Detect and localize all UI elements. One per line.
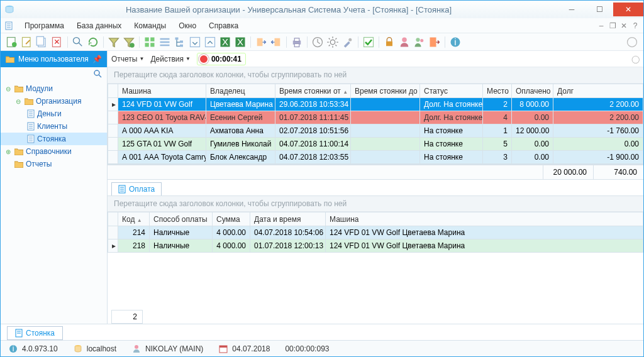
main-grid[interactable]: Машина Владелец Время стоянки от ▲ Время… xyxy=(108,84,643,164)
pcol-method[interactable]: Способ оплаты xyxy=(150,212,213,226)
tool-list[interactable] xyxy=(158,36,171,48)
col-paid[interactable]: Оплачено xyxy=(512,84,553,98)
tree-org[interactable]: ⊖Организация xyxy=(1,95,107,107)
sub-help-icon[interactable]: ◯ xyxy=(631,55,640,63)
menu-db[interactable]: База данных xyxy=(72,20,126,31)
svg-rect-14 xyxy=(145,37,149,41)
table-row[interactable]: 214Наличные4 000.0004.07.2018 10:54:0612… xyxy=(108,226,643,239)
menu-icon[interactable] xyxy=(4,21,14,31)
table-row[interactable]: ▸124 VFD 01 VW GolfЦветаева Марина29.06.… xyxy=(108,98,643,111)
tool-copy[interactable] xyxy=(36,36,48,48)
mdi-restore-icon[interactable]: ❐ xyxy=(608,21,617,30)
maximize-button[interactable]: ☐ xyxy=(586,3,613,16)
tool-filter2[interactable] xyxy=(123,36,135,48)
status-date: 04.07.2018 xyxy=(218,344,270,354)
bottom-tab-parking[interactable]: Стоянка xyxy=(7,326,63,340)
minimize-button[interactable]: ─ xyxy=(558,3,586,16)
sub-actions[interactable]: Действия ▼ xyxy=(150,55,191,63)
menu-commands[interactable]: Команды xyxy=(129,20,171,31)
tool-export[interactable] xyxy=(270,36,282,48)
tool-users[interactable] xyxy=(413,36,426,48)
tool-user[interactable] xyxy=(398,36,411,48)
status-version: i4.0.973.10 xyxy=(8,344,58,354)
tool-excel[interactable]: X xyxy=(219,36,231,48)
tool-import[interactable] xyxy=(255,36,267,48)
tab-payment[interactable]: Оплата xyxy=(111,182,162,195)
svg-point-45 xyxy=(94,70,99,75)
tool-grid[interactable] xyxy=(143,36,156,48)
tree-clients[interactable]: Клиенты xyxy=(1,120,107,133)
payment-grid[interactable]: Код ▲ Способ оплаты Сумма Дата и время М… xyxy=(108,212,643,253)
pcol-sum[interactable]: Сумма xyxy=(213,212,250,226)
tool-filter[interactable] xyxy=(108,36,120,48)
tool-tree[interactable] xyxy=(174,36,186,48)
pin-icon[interactable]: 📌 xyxy=(92,55,102,63)
tool-about[interactable]: i xyxy=(449,36,462,48)
table-row[interactable]: 125 GTA 01 VW GolfГумилев Николай04.07.2… xyxy=(108,138,643,151)
tree-reports[interactable]: ⊕Отчеты xyxy=(1,158,107,170)
menu-bar: Программа База данных Команды Окно Справ… xyxy=(1,18,643,33)
detail-tabs: Оплата xyxy=(108,180,643,195)
record-icon xyxy=(199,54,209,64)
svg-rect-7 xyxy=(23,37,31,47)
tool-excel2[interactable]: X xyxy=(234,36,247,48)
col-place[interactable]: Место xyxy=(483,84,512,98)
col-from[interactable]: Время стоянки от ▲ xyxy=(275,84,351,98)
tree-parking[interactable]: Стоянка xyxy=(1,133,107,145)
tool-print[interactable] xyxy=(291,36,303,48)
table-row[interactable]: А 000 ААА KIAАхматова Анна02.07.2018 10:… xyxy=(108,124,643,138)
col-debt[interactable]: Долг xyxy=(553,84,643,98)
svg-text:X: X xyxy=(222,36,228,47)
pcol-code[interactable]: Код ▲ xyxy=(118,212,150,226)
menu-program[interactable]: Программа xyxy=(19,20,69,31)
sidebar: Меню пользователя 📌 ⊖Модули ⊖Организация… xyxy=(1,51,108,324)
col-owner[interactable]: Владелец xyxy=(206,84,275,98)
status-bar: i4.0.973.10 localhost NIKOLAY (MAIN) 04.… xyxy=(1,340,643,356)
svg-line-12 xyxy=(79,43,82,46)
svg-rect-16 xyxy=(145,43,149,47)
group-hint-bottom[interactable]: Перетащите сюда заголовок колонки, чтобы… xyxy=(108,195,643,212)
menu-window[interactable]: Окно xyxy=(174,20,201,31)
tool-check[interactable] xyxy=(362,36,375,48)
table-row[interactable]: ▸218Наличные4 000.0001.07.2018 12:00:131… xyxy=(108,239,643,253)
tree-refs[interactable]: ⊕Справочники xyxy=(1,145,107,158)
col-car[interactable]: Машина xyxy=(118,84,206,98)
svg-point-40 xyxy=(420,39,423,42)
tool-lock[interactable] xyxy=(383,36,396,48)
sidebar-search[interactable] xyxy=(1,67,107,81)
pcol-dt[interactable]: Дата и время xyxy=(250,212,326,226)
svg-point-39 xyxy=(416,38,419,41)
mdi-minimize-icon[interactable]: – xyxy=(597,21,606,30)
sub-timer[interactable]: 00:00:41 xyxy=(197,53,246,65)
group-hint-top[interactable]: Перетащите сюда заголовок колонки, чтобы… xyxy=(108,67,643,84)
tree-modules[interactable]: ⊖Модули xyxy=(1,82,107,95)
status-host: localhost xyxy=(73,344,116,354)
tool-exit[interactable] xyxy=(428,36,441,48)
menu-help[interactable]: Справка xyxy=(204,20,243,31)
col-status[interactable]: Статус xyxy=(420,84,483,98)
tool-clock[interactable] xyxy=(311,36,324,48)
status-user: NIKOLAY (MAIN) xyxy=(131,344,203,354)
tool-help[interactable] xyxy=(626,36,638,48)
col-to[interactable]: Время стоянки до xyxy=(351,84,420,98)
mdi-close-icon[interactable]: ✕ xyxy=(619,21,628,30)
tree-money[interactable]: Деньги xyxy=(1,107,107,120)
tool-gear[interactable] xyxy=(326,36,339,48)
tool-collapse[interactable] xyxy=(189,36,201,48)
svg-point-6 xyxy=(12,42,17,47)
table-row[interactable]: А 001 ААА Toyota CamryБлок Александр04.0… xyxy=(108,151,643,164)
tool-new[interactable] xyxy=(6,36,18,48)
tool-tools[interactable] xyxy=(341,36,354,48)
tool-delete[interactable] xyxy=(51,36,64,48)
tool-refresh[interactable] xyxy=(87,36,99,48)
tool-edit[interactable] xyxy=(21,36,33,48)
tool-expand[interactable] xyxy=(204,36,216,48)
sub-reports[interactable]: Отчеты ▼ xyxy=(111,55,144,63)
pcol-car[interactable]: Машина xyxy=(326,212,643,226)
svg-point-11 xyxy=(74,37,80,43)
close-button[interactable]: ✕ xyxy=(613,3,643,16)
help-icon[interactable]: ? xyxy=(631,21,640,30)
table-row[interactable]: 123 CEO 01 Toyota RAV4Есенин Сергей01.07… xyxy=(108,111,643,124)
svg-rect-9 xyxy=(36,36,43,45)
tool-search[interactable] xyxy=(72,36,84,48)
